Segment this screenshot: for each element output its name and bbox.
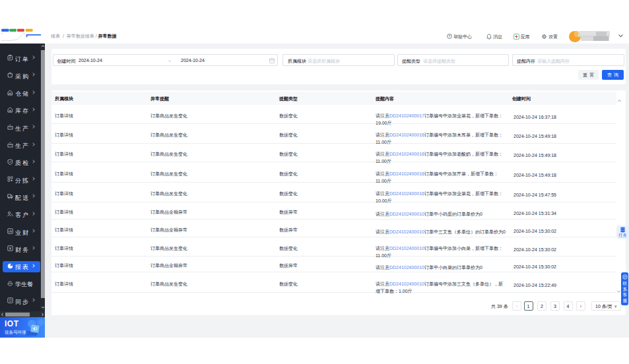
- svg-text:?: ?: [449, 34, 451, 38]
